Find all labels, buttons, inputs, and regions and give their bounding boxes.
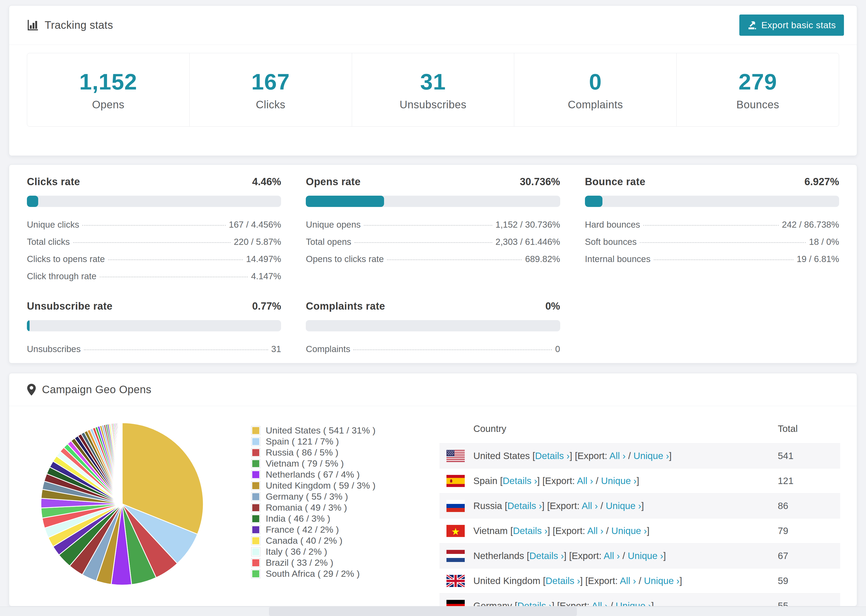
rate-block-opens-rate: Opens rate30.736%Unique opens1,152 / 30.…: [306, 176, 560, 285]
geo-row-united-states: United States [Details ›] [Export: All ›…: [439, 443, 840, 468]
geo-row-total-russia: 86: [778, 500, 840, 511]
bracket-text: ]: [647, 525, 650, 536]
dotted-leader: [73, 242, 231, 243]
stat-value-complaints: 0: [589, 69, 602, 95]
country-name: Spain: [473, 475, 498, 486]
horizontal-scrollbar[interactable]: [0, 607, 866, 616]
rate-progress-fill: [306, 196, 384, 207]
legend-item-india[interactable]: India ( 46 / 3% ): [251, 513, 439, 524]
stat-label-bounces: Bounces: [736, 99, 779, 111]
legend-swatch-vietnam: [251, 459, 260, 468]
export-unique-link-united-states[interactable]: Unique ›: [633, 451, 669, 461]
export-all-link-vietnam[interactable]: All ›: [587, 525, 603, 536]
tracking-stats-page: Tracking stats Export basic stats 1,152O…: [0, 0, 866, 616]
legend-item-spain[interactable]: Spain ( 121 / 7% ): [251, 436, 439, 447]
detail-value: 31: [271, 344, 281, 354]
legend-item-russia[interactable]: Russia ( 86 / 5% ): [251, 447, 439, 458]
dotted-leader: [354, 242, 492, 243]
legend-item-south-africa[interactable]: South Africa ( 29 / 2% ): [251, 568, 439, 579]
dotted-leader: [100, 277, 248, 277]
details-link-united-kingdom[interactable]: Details ›: [546, 575, 580, 586]
stat-box-bounces: 279Bounces: [676, 53, 839, 126]
legend-item-netherlands[interactable]: Netherlands ( 67 / 4% ): [251, 469, 439, 480]
legend-color: [252, 449, 259, 456]
export-all-link-netherlands[interactable]: All ›: [603, 550, 620, 561]
details-link-spain[interactable]: Details ›: [503, 475, 537, 486]
details-link-united-states[interactable]: Details ›: [535, 451, 570, 461]
scrollbar-thumb[interactable]: [269, 607, 577, 616]
stat-value-clicks: 167: [252, 69, 290, 95]
legend-label: France ( 42 / 2% ): [266, 524, 339, 535]
legend-color: [252, 570, 259, 577]
us-flag-icon: [446, 450, 465, 462]
detail-label: Unique opens: [306, 220, 361, 230]
geo-row-total-spain: 121: [778, 475, 840, 486]
bracket-text: [: [530, 451, 535, 461]
pie-slice-other-39[interactable]: [121, 423, 122, 504]
legend-item-germany[interactable]: Germany ( 55 / 3% ): [251, 491, 439, 502]
legend-item-united-states[interactable]: United States ( 541 / 31% ): [251, 425, 439, 436]
details-link-russia[interactable]: Details ›: [507, 500, 542, 511]
legend-swatch-united-kingdom: [251, 481, 260, 490]
legend-color: [252, 471, 259, 478]
stat-box-complaints: 0Complaints: [514, 53, 676, 126]
legend-item-canada[interactable]: Canada ( 40 / 2% ): [251, 535, 439, 546]
export-basic-stats-button[interactable]: Export basic stats: [739, 14, 844, 36]
rate-detail-row: Opens to clicks rate689.82%: [306, 250, 560, 268]
bracket-text: [: [508, 525, 513, 536]
details-link-vietnam[interactable]: Details ›: [513, 525, 547, 536]
bracket-text: ] [: [580, 575, 588, 586]
export-all-link-germany[interactable]: All ›: [592, 600, 608, 606]
bracket-text: ] [: [548, 525, 555, 536]
export-unique-link-germany[interactable]: Unique ›: [616, 600, 651, 606]
rate-detail-row: Total opens2,303 / 61.446%: [306, 233, 560, 250]
export-all-link-russia[interactable]: All ›: [582, 500, 598, 511]
rate-value: 30.736%: [520, 176, 560, 188]
export-unique-link-spain[interactable]: Unique ›: [601, 475, 636, 486]
legend-item-vietnam[interactable]: Vietnam ( 79 / 5% ): [251, 458, 439, 469]
rate-title-row: Clicks rate4.46%: [27, 176, 281, 188]
legend-item-united-kingdom[interactable]: United Kingdom ( 59 / 3% ): [251, 480, 439, 491]
details-link-netherlands[interactable]: Details ›: [529, 550, 564, 561]
export-all-link-united-states[interactable]: All ›: [609, 451, 625, 461]
rate-value: 0%: [545, 300, 560, 312]
legend-swatch-india: [251, 514, 260, 523]
geo-row-label-netherlands: Netherlands [Details ›] [Export: All › /…: [473, 550, 666, 561]
legend-label: United Kingdom ( 59 / 3% ): [266, 480, 375, 491]
details-link-germany[interactable]: Details ›: [517, 600, 552, 606]
detail-value: 0: [555, 344, 560, 354]
stat-value-opens: 1,152: [79, 69, 137, 95]
dotted-leader: [654, 259, 794, 260]
export-unique-link-russia[interactable]: Unique ›: [606, 500, 641, 511]
stat-label-unsubscribes: Unsubscribes: [400, 99, 466, 111]
detail-label: Unsubscribes: [27, 344, 81, 354]
dotted-leader: [640, 242, 806, 243]
country-name: Germany: [473, 600, 512, 606]
geo-row-netherlands: Netherlands [Details ›] [Export: All › /…: [439, 543, 840, 568]
export-all-link-spain[interactable]: All ›: [577, 475, 593, 486]
legend-swatch-germany: [251, 492, 260, 501]
nl-flag-icon: [446, 550, 465, 562]
de-flag-icon: [446, 600, 465, 607]
export-all-link-united-kingdom[interactable]: All ›: [620, 575, 636, 586]
detail-label: Opens to clicks rate: [306, 254, 384, 264]
legend-color: [252, 537, 259, 544]
ru-flag-icon: [446, 500, 465, 512]
rate-block-complaints-rate: Complaints rate0%Complaints0: [306, 300, 560, 358]
legend-item-italy[interactable]: Italy ( 36 / 2% ): [251, 546, 439, 557]
rate-name: Complaints rate: [306, 300, 385, 312]
rate-title-row: Complaints rate0%: [306, 300, 560, 312]
rate-title-row: Bounce rate6.927%: [585, 176, 839, 188]
rate-progress-track: [27, 196, 281, 207]
bracket-text: ] [: [570, 451, 578, 461]
legend-item-france[interactable]: France ( 42 / 2% ): [251, 524, 439, 535]
dotted-leader: [643, 225, 779, 226]
legend-item-brazil[interactable]: Brazil ( 33 / 2% ): [251, 557, 439, 568]
export-unique-link-vietnam[interactable]: Unique ›: [611, 525, 647, 536]
detail-label: Internal bounces: [585, 254, 650, 264]
export-unique-link-united-kingdom[interactable]: Unique ›: [644, 575, 679, 586]
dotted-leader: [364, 225, 492, 226]
geo-row-label-vietnam: Vietnam [Details ›] [Export: All › / Uni…: [473, 525, 650, 536]
legend-item-romania[interactable]: Romania ( 49 / 3% ): [251, 502, 439, 513]
export-unique-link-netherlands[interactable]: Unique ›: [628, 550, 663, 561]
